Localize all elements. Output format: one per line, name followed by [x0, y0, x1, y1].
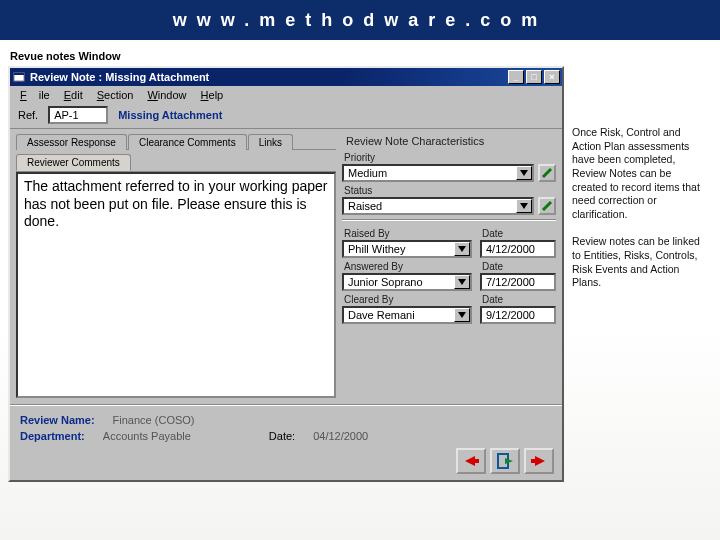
window-footer-info: Review Name: Finance (COSO) [10, 410, 562, 430]
raised-date-field[interactable]: 4/12/2000 [480, 240, 556, 258]
close-button[interactable]: × [544, 70, 560, 84]
status-label: Status [344, 185, 554, 196]
svg-line-5 [543, 202, 551, 210]
department-value: Accounts Payable [103, 430, 191, 442]
department-label: Department: [20, 430, 85, 442]
side-paragraph-1: Once Risk, Control and Action Plan asses… [572, 126, 702, 221]
tabset-top: Assessor Response Clearance Comments Lin… [16, 133, 336, 150]
characteristics-heading: Review Note Characteristics [342, 133, 556, 149]
raised-by-label: Raised By [344, 228, 470, 239]
priority-select[interactable]: Medium [342, 164, 534, 182]
date-label: Date: [269, 430, 295, 442]
answered-date-field[interactable]: 7/12/2000 [480, 273, 556, 291]
chevron-down-icon[interactable] [454, 275, 470, 289]
app-icon [12, 70, 26, 84]
side-text: Once Risk, Control and Action Plan asses… [572, 66, 702, 482]
site-header: www.methodware.com [0, 0, 720, 40]
reviewer-comments-textarea[interactable]: The attachment referred to in your worki… [16, 172, 336, 398]
review-name-value: Finance (COSO) [113, 414, 195, 426]
side-paragraph-2: Review notes can be linked to Entities, … [572, 235, 702, 290]
chevron-down-icon[interactable] [454, 242, 470, 256]
svg-line-3 [543, 169, 551, 177]
tab-assessor-response[interactable]: Assessor Response [16, 134, 127, 150]
ref-label: Ref. [18, 109, 38, 121]
cleared-by-select[interactable]: Dave Remani [342, 306, 472, 324]
cleared-date-field[interactable]: 9/12/2000 [480, 306, 556, 324]
chevron-down-icon[interactable] [516, 199, 532, 213]
window-title: Review Note : Missing Attachment [30, 71, 506, 83]
maximize-button[interactable]: □ [526, 70, 542, 84]
nav-toolbar [10, 446, 562, 480]
next-button[interactable] [524, 448, 554, 474]
prev-button[interactable] [456, 448, 486, 474]
menu-file[interactable]: File [14, 88, 56, 102]
priority-label: Priority [344, 152, 554, 163]
tabset-mid: Reviewer Comments [16, 154, 336, 172]
chevron-down-icon[interactable] [454, 308, 470, 322]
menu-help[interactable]: Help [195, 88, 230, 102]
svg-marker-7 [458, 279, 466, 285]
menu-window[interactable]: Window [141, 88, 192, 102]
chevron-down-icon[interactable] [516, 166, 532, 180]
menu-bar: File Edit Section Window Help [10, 86, 562, 104]
site-url: www.methodware.com [173, 10, 547, 31]
slide-subtitle: Revue notes Window [10, 50, 712, 62]
cleared-by-label: Cleared By [344, 294, 470, 305]
cleared-date-label: Date [482, 294, 554, 305]
edit-status-button[interactable] [538, 197, 556, 215]
tab-links[interactable]: Links [248, 134, 293, 150]
svg-rect-14 [531, 459, 536, 463]
svg-marker-8 [458, 312, 466, 318]
menu-edit[interactable]: Edit [58, 88, 89, 102]
svg-rect-10 [474, 459, 479, 463]
review-note-window: Review Note : Missing Attachment _ □ × F… [8, 66, 564, 482]
window-footer-info-2: Department: Accounts Payable Date: 04/12… [10, 430, 562, 446]
status-select[interactable]: Raised [342, 197, 534, 215]
answered-by-label: Answered By [344, 261, 470, 272]
tab-clearance-comments[interactable]: Clearance Comments [128, 134, 247, 150]
date-value: 04/12/2000 [313, 430, 368, 442]
svg-marker-13 [535, 456, 545, 466]
exit-button[interactable] [490, 448, 520, 474]
window-titlebar[interactable]: Review Note : Missing Attachment _ □ × [10, 68, 562, 86]
svg-marker-9 [465, 456, 475, 466]
menu-section[interactable]: Section [91, 88, 140, 102]
ref-field[interactable]: AP-1 [48, 106, 108, 124]
answered-date-label: Date [482, 261, 554, 272]
minimize-button[interactable]: _ [508, 70, 524, 84]
ref-bar: Ref. AP-1 Missing Attachment [10, 104, 562, 129]
svg-rect-1 [14, 73, 24, 75]
left-panel: Assessor Response Clearance Comments Lin… [16, 133, 336, 398]
missing-attachment-heading: Missing Attachment [118, 109, 222, 121]
tab-reviewer-comments[interactable]: Reviewer Comments [16, 154, 131, 171]
svg-marker-2 [520, 170, 528, 176]
raised-date-label: Date [482, 228, 554, 239]
answered-by-select[interactable]: Junior Soprano [342, 273, 472, 291]
edit-priority-button[interactable] [538, 164, 556, 182]
svg-marker-4 [520, 203, 528, 209]
characteristics-panel: Review Note Characteristics Priority Med… [336, 133, 556, 398]
raised-by-select[interactable]: Phill Withey [342, 240, 472, 258]
svg-marker-6 [458, 246, 466, 252]
review-name-label: Review Name: [20, 414, 95, 426]
